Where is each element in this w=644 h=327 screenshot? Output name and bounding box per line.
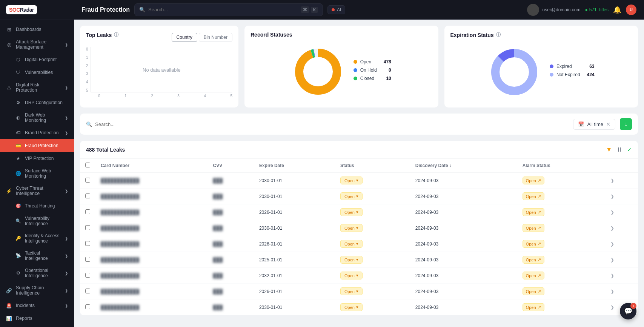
status-cell[interactable]: Open ▾ (335, 220, 410, 236)
row-checkbox[interactable] (85, 225, 90, 230)
status-badge[interactable]: Open ▾ (340, 256, 363, 264)
row-expand-cell[interactable]: ❯ (605, 268, 638, 284)
sidebar-item-dark-web[interactable]: ◐ Dark Web Monitoring ❯ (0, 109, 74, 126)
alarm-status-cell[interactable]: Open ↗ (517, 220, 605, 236)
row-chevron-icon[interactable]: ❯ (610, 257, 614, 263)
tab-country[interactable]: Country (172, 33, 197, 42)
row-checkbox[interactable] (85, 178, 90, 183)
row-checkbox-cell[interactable] (80, 204, 95, 220)
row-chevron-icon[interactable]: ❯ (610, 178, 614, 183)
row-checkbox[interactable] (85, 304, 90, 309)
row-expand-cell[interactable]: ❯ (605, 236, 638, 252)
status-badge[interactable]: Open ▾ (340, 303, 363, 311)
sidebar-item-threat-hunting[interactable]: 🎯 Threat Hunting (0, 200, 74, 212)
status-cell[interactable]: Open ▾ (335, 268, 410, 284)
sidebar-item-digital-footprint[interactable]: ⬡ Digital Footprint (0, 53, 74, 66)
alarm-badge[interactable]: Open ↗ (523, 303, 544, 311)
status-cell[interactable]: Open ▾ (335, 252, 410, 268)
status-cell[interactable]: Open ▾ (335, 236, 410, 252)
status-badge[interactable]: Open ▾ (340, 224, 363, 232)
status-cell[interactable]: Open ▾ (335, 173, 410, 189)
row-checkbox-cell[interactable] (80, 252, 95, 268)
row-chevron-icon[interactable]: ❯ (610, 289, 614, 294)
status-badge[interactable]: Open ▾ (340, 177, 363, 184)
row-chevron-icon[interactable]: ❯ (610, 241, 614, 247)
alarm-badge[interactable]: Open ↗ (523, 192, 544, 200)
status-badge[interactable]: Open ▾ (340, 240, 363, 248)
pause-icon[interactable]: ⏸ (616, 146, 622, 153)
row-chevron-icon[interactable]: ❯ (610, 226, 614, 231)
alarm-status-cell[interactable]: Open ↗ (517, 299, 605, 315)
filter-icon[interactable]: ▼ (606, 146, 612, 153)
row-expand-cell[interactable]: ❯ (605, 284, 638, 299)
row-checkbox-cell[interactable] (80, 284, 95, 299)
alarm-badge[interactable]: Open ↗ (523, 240, 544, 248)
row-chevron-icon[interactable]: ❯ (610, 305, 614, 310)
row-checkbox[interactable] (85, 257, 90, 262)
sidebar-item-attack-surface[interactable]: ◎ Attack Surface Management ❯ (0, 36, 74, 53)
status-cell[interactable]: Open ▾ (335, 204, 410, 220)
sidebar-item-supply-chain[interactable]: 🔗 Supply Chain Intelligence ❯ (0, 282, 74, 299)
sidebar-item-cyber-threat[interactable]: ⚡ Cyber Threat Intelligence ❯ (0, 182, 74, 200)
row-checkbox-cell[interactable] (80, 268, 95, 284)
col-discovery-date[interactable]: Discovery Date ↓ (410, 159, 517, 173)
row-checkbox-cell[interactable] (80, 173, 95, 189)
alarm-status-cell[interactable]: Open ↗ (517, 189, 605, 204)
download-button[interactable]: ↓ (620, 118, 632, 130)
status-cell[interactable]: Open ▾ (335, 189, 410, 204)
check-icon[interactable]: ✓ (627, 146, 632, 153)
alarm-badge[interactable]: Open ↗ (523, 272, 544, 279)
row-chevron-icon[interactable]: ❯ (610, 194, 614, 199)
row-checkbox[interactable] (85, 209, 90, 214)
alarm-status-cell[interactable]: Open ↗ (517, 173, 605, 189)
row-expand-cell[interactable]: ❯ (605, 252, 638, 268)
sidebar-item-drp-config[interactable]: ⚙ DRP Configuration (0, 96, 74, 109)
status-cell[interactable]: Open ▾ (335, 284, 410, 299)
alarm-status-cell[interactable]: Open ↗ (517, 236, 605, 252)
sidebar-item-digital-risk[interactable]: ⚠ Digital Risk Protection ❯ (0, 79, 74, 96)
row-checkbox[interactable] (85, 241, 90, 246)
sidebar-item-dashboards[interactable]: ⊞ Dashboards (0, 23, 74, 36)
status-cell[interactable]: Open ▾ (335, 299, 410, 315)
sidebar-item-operational-intel[interactable]: ⚙ Operational Intelligence ❯ (0, 264, 74, 282)
status-badge[interactable]: Open ▾ (340, 287, 363, 295)
sidebar-item-tactical-intel[interactable]: 📡 Tactical Intelligence ❯ (0, 247, 74, 264)
alarm-badge[interactable]: Open ↗ (523, 224, 544, 232)
sidebar-item-surface-web[interactable]: 🌐 Surface Web Monitoring (0, 165, 74, 182)
select-all-checkbox[interactable] (85, 163, 90, 167)
ai-button[interactable]: AI (327, 5, 345, 14)
alarm-badge[interactable]: Open ↗ (523, 287, 544, 295)
alarm-status-cell[interactable]: Open ↗ (517, 204, 605, 220)
sidebar-item-reports[interactable]: 📊 Reports (0, 312, 74, 325)
sidebar-item-incidents[interactable]: 🚨 Incidents ❯ (0, 299, 74, 312)
global-search-bar[interactable]: 🔍 ⌘ K (134, 3, 323, 16)
select-all-header[interactable] (80, 159, 95, 173)
chat-bubble[interactable]: 💬 1 (620, 303, 636, 319)
row-checkbox-cell[interactable] (80, 220, 95, 236)
table-search-input[interactable] (95, 121, 569, 127)
row-checkbox-cell[interactable] (80, 299, 95, 315)
row-expand-cell[interactable]: ❯ (605, 220, 638, 236)
row-checkbox[interactable] (85, 273, 90, 278)
row-expand-cell[interactable]: ❯ (605, 173, 638, 189)
sidebar-item-brand-protection[interactable]: 🏷 Brand Protection ❯ (0, 126, 74, 139)
sidebar-item-identity-access[interactable]: 🔑 Identity & Access Intelligence ❯ (0, 230, 74, 247)
search-input[interactable] (148, 7, 298, 12)
alarm-badge[interactable]: Open ↗ (523, 177, 544, 184)
row-expand-cell[interactable]: ❯ (605, 204, 638, 220)
status-badge[interactable]: Open ▾ (340, 208, 363, 216)
alarm-badge[interactable]: Open ↗ (523, 256, 544, 264)
sidebar-item-vuln-intel[interactable]: 🔍 Vulnerability Intelligence (0, 212, 74, 230)
time-filter[interactable]: 📅 All time ✕ (573, 119, 615, 130)
row-chevron-icon[interactable]: ❯ (610, 273, 614, 278)
status-badge[interactable]: Open ▾ (340, 272, 363, 279)
status-badge[interactable]: Open ▾ (340, 192, 363, 200)
alarm-status-cell[interactable]: Open ↗ (517, 252, 605, 268)
alarm-badge[interactable]: Open ↗ (523, 208, 544, 216)
notification-bell[interactable]: 🔔 (613, 6, 621, 14)
sidebar-item-fraud-protection[interactable]: 💳 Fraud Protection (0, 139, 74, 152)
alarm-status-cell[interactable]: Open ↗ (517, 284, 605, 299)
filter-search[interactable]: 🔍 (86, 121, 569, 127)
sidebar-item-vulnerabilities[interactable]: 🛡 Vulnerabilities (0, 66, 74, 79)
row-checkbox[interactable] (85, 289, 90, 293)
